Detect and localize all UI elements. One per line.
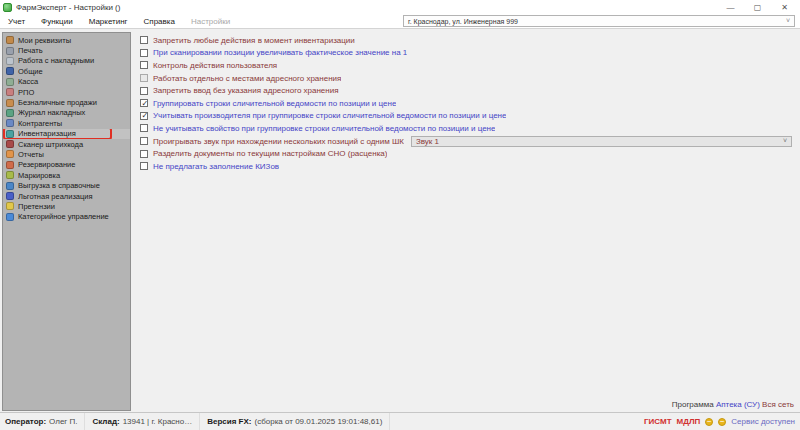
sidebar-item-obshchie[interactable]: Общие [3, 66, 130, 76]
window-title: ФармЭксперт - Настройки () [16, 3, 120, 12]
window-controls: — ▢ ✕ [717, 1, 798, 14]
checkbox[interactable] [140, 137, 148, 145]
sidebar-item-otchety[interactable]: Отчеты [3, 149, 130, 159]
service-status-label: Сервис доступен [731, 417, 795, 426]
menu-spravka[interactable]: Справка [136, 17, 183, 26]
sidebar-item-markirovka[interactable]: Маркировка [3, 170, 130, 180]
claims-icon [6, 202, 14, 210]
title-bar: ФармЭксперт - Настройки () — ▢ ✕ [0, 0, 800, 14]
sidebar-item-zhurnal-nakladnyh[interactable]: Журнал накладных [3, 108, 130, 118]
marking-icon [6, 171, 14, 179]
content-area: Мои реквизиты Печать Работа с накладными… [0, 30, 800, 412]
privileged-sales-icon [6, 192, 14, 200]
menu-funkcii[interactable]: Функции [33, 17, 81, 26]
sound-select-value: Звук 1 [416, 137, 439, 146]
checkbox[interactable] [140, 87, 148, 95]
setting-row: Не учитывать свойство при группировке ст… [140, 122, 794, 135]
checkbox[interactable] [140, 49, 148, 57]
sidebar-item-beznalichnye-prodazhi[interactable]: Безналичные продажи [3, 97, 130, 107]
checkbox [140, 74, 148, 82]
sidebar-item-kassa[interactable]: Касса [3, 77, 130, 87]
setting-row: При сканировании позиции увеличивать фак… [140, 47, 794, 60]
invoices-icon [6, 57, 14, 65]
close-icon[interactable]: ✕ [771, 1, 798, 14]
category-management-icon [6, 213, 14, 221]
maximize-icon[interactable]: ▢ [744, 1, 771, 14]
setting-row: Контроль действия пользователя [140, 59, 794, 72]
checkbox[interactable] [140, 36, 148, 44]
sidebar-item-pechat[interactable]: Печать [3, 45, 130, 55]
minimize-icon[interactable]: — [717, 1, 744, 14]
checkbox[interactable] [140, 162, 148, 170]
sidebar-item-rpo[interactable]: РПО [3, 87, 130, 97]
sidebar-item-inventarizaciya[interactable]: Инвентаризация [3, 129, 130, 139]
invoice-journal-icon [6, 109, 14, 117]
program-label: Программа [672, 400, 714, 409]
inventory-icon [6, 130, 14, 138]
checkbox[interactable] [140, 124, 148, 132]
setting-row: Проигрывать звук при нахождении нескольк… [140, 135, 794, 148]
checkbox[interactable] [140, 150, 148, 158]
setting-row: Разделить документы по текущим настройка… [140, 147, 794, 160]
cash-register-icon [6, 78, 14, 86]
sidebar-item-moi-rekvizity[interactable]: Мои реквизиты [3, 35, 130, 45]
branch-select-value: г. Краснодар, ул. Инженерная 999 [408, 18, 518, 25]
sidebar-item-lgotnaya-realizaciya[interactable]: Льготная реализация [3, 191, 130, 201]
barcode-scanner-icon [6, 140, 14, 148]
branch-select[interactable]: г. Краснодар, ул. Инженерная 999 ˅ [403, 15, 795, 27]
network-scope: Вся сеть [762, 400, 794, 409]
sidebar-item-rezervirovanie[interactable]: Резервирование [3, 160, 130, 170]
requisites-icon [6, 36, 14, 44]
chevron-down-icon: ˅ [786, 18, 790, 24]
rpo-icon [6, 88, 14, 96]
menu-marketing[interactable]: Маркетинг [81, 17, 136, 26]
gismt-status-icon: − [705, 418, 713, 426]
mdlp-label: МДЛП [677, 417, 701, 426]
program-value: Аптека (СУ) [716, 400, 760, 409]
app-icon [3, 3, 12, 12]
chevron-down-icon: ˅ [783, 138, 787, 144]
general-icon [6, 67, 14, 75]
version-status: Версия FX: (сборка от 09.01.2025 19:01:4… [200, 413, 390, 430]
contractors-icon [6, 119, 14, 127]
stock-status: Склад: 13941 | г. Красно… [85, 413, 200, 430]
app-window: ФармЭксперт - Настройки () — ▢ ✕ Учет Фу… [0, 0, 800, 430]
sidebar-item-kategoriynoe-upravlenie[interactable]: Категорийное управление [3, 212, 130, 222]
setting-row: Запретить любые действия в момент инвент… [140, 34, 794, 47]
export-icon [6, 182, 14, 190]
menu-bar: Учет Функции Маркетинг Справка Настройки… [0, 14, 800, 29]
menu-nastroyki: Настройки [183, 17, 238, 26]
program-info: Программа Аптека (СУ) Вся сеть [672, 400, 794, 409]
setting-row: Запретить ввод без указания адресного хр… [140, 84, 794, 97]
setting-row: Работать отдельно с местами адресного хр… [140, 72, 794, 85]
status-bar: Оператор: Олег П. Склад: 13941 | г. Крас… [0, 412, 800, 430]
cashless-sales-icon [6, 99, 14, 107]
print-icon [6, 47, 14, 55]
checkbox[interactable] [140, 112, 148, 120]
service-status-group: ГИСМТ МДЛП − − Сервис доступен [644, 417, 795, 426]
sidebar-item-kontragenty[interactable]: Контрагенты [3, 118, 130, 128]
sidebar-item-vygruzka-v-spravochnye[interactable]: Выгрузка в справочные [3, 180, 130, 190]
menu-uchet[interactable]: Учет [0, 17, 33, 26]
checkbox[interactable] [140, 61, 148, 69]
sidebar-item-rabota-s-nakladnymi[interactable]: Работа с накладными [3, 56, 130, 66]
setting-row: Не предлагать заполнение КИЗов [140, 160, 794, 173]
checkbox[interactable] [140, 99, 148, 107]
setting-row: Группировать строки сличительной ведомос… [140, 97, 794, 110]
settings-sidebar: Мои реквизиты Печать Работа с накладными… [2, 32, 131, 411]
reservation-icon [6, 161, 14, 169]
setting-row: Учитывать производителя при группировке … [140, 110, 794, 123]
reports-icon [6, 150, 14, 158]
gismt-label: ГИСМТ [644, 417, 672, 426]
mdlp-status-icon: − [718, 418, 726, 426]
sidebar-item-pretenzii[interactable]: Претензии [3, 201, 130, 211]
sound-select[interactable]: Звук 1 ˅ [411, 136, 792, 147]
inventory-settings-panel: Запретить любые действия в момент инвент… [131, 32, 798, 410]
operator-status: Оператор: Олег П. [5, 413, 85, 430]
sidebar-item-skaner-shtrihkoda[interactable]: Сканер штрихкода [3, 139, 130, 149]
